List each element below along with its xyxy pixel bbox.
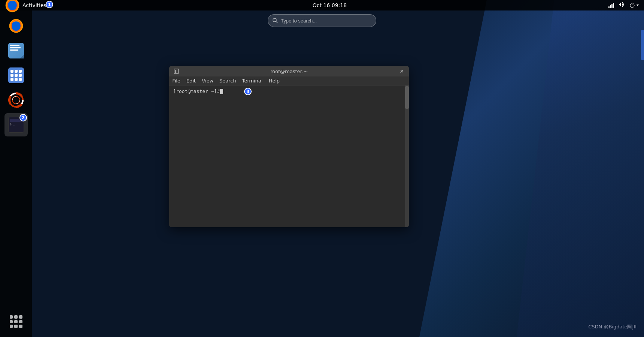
sidebar-item-firefox[interactable] bbox=[4, 14, 28, 37]
dot bbox=[10, 325, 13, 328]
grid-dot bbox=[19, 78, 22, 81]
power-icon[interactable] bbox=[629, 2, 640, 8]
signal-bar1 bbox=[608, 6, 610, 8]
sidebar: $ _ 2 bbox=[0, 10, 32, 337]
menu-edit[interactable]: Edit bbox=[186, 78, 196, 84]
grid-dot bbox=[10, 70, 13, 73]
signal-bar3 bbox=[611, 4, 613, 8]
svg-point-1 bbox=[273, 18, 276, 22]
network-icon[interactable] bbox=[608, 3, 614, 8]
volume-icon[interactable] bbox=[619, 1, 625, 9]
prompt-text: [root@master ~]# bbox=[173, 88, 220, 94]
apps-grid-icon bbox=[8, 314, 24, 330]
grid-dot bbox=[10, 74, 13, 77]
search-input[interactable] bbox=[281, 18, 363, 24]
cursor bbox=[220, 89, 223, 94]
svg-line-2 bbox=[276, 21, 277, 23]
sidebar-item-appgrid[interactable] bbox=[4, 64, 28, 87]
desktop: Activities 1 Oct 16 09:18 bbox=[0, 0, 644, 337]
terminal-menubar: File Edit View Search Terminal Help bbox=[169, 76, 409, 85]
signal-bar2 bbox=[610, 5, 611, 8]
menu-terminal[interactable]: Terminal bbox=[242, 78, 262, 84]
activities-label: Activities bbox=[22, 2, 46, 8]
appgrid-icon bbox=[8, 67, 24, 83]
lifesaver-icon bbox=[8, 92, 24, 108]
terminal-scrollbar[interactable] bbox=[405, 85, 409, 227]
note-line bbox=[10, 49, 18, 51]
grid-dot bbox=[19, 70, 22, 73]
dot bbox=[14, 315, 18, 319]
topbar: Activities 1 Oct 16 09:18 bbox=[0, 0, 644, 10]
svg-rect-9 bbox=[175, 70, 176, 73]
dot bbox=[19, 325, 22, 328]
sidebar-item-help[interactable] bbox=[4, 88, 28, 112]
search-icon bbox=[273, 18, 278, 23]
terminal-titlebar: root@master:~ ✕ bbox=[169, 66, 409, 76]
dropdown-arrow bbox=[636, 3, 640, 7]
watermark: CSDN @Bigdate阿JII bbox=[588, 324, 637, 330]
terminal-window: root@master:~ ✕ File Edit View Search Te… bbox=[169, 66, 409, 227]
grid-dot bbox=[10, 78, 13, 81]
menu-help[interactable]: Help bbox=[268, 78, 280, 84]
activities-button[interactable]: Activities 1 bbox=[0, 0, 51, 10]
terminal-content[interactable]: [root@master ~]# bbox=[169, 85, 409, 227]
sidebar-item-notes[interactable] bbox=[4, 39, 28, 62]
grid-dot bbox=[15, 70, 18, 73]
terminal-close-button[interactable]: ✕ bbox=[398, 68, 405, 75]
dot bbox=[10, 315, 13, 319]
terminal-embed-icon bbox=[173, 68, 180, 75]
note-line bbox=[10, 45, 20, 46]
term-line: $ _ bbox=[10, 123, 22, 126]
dot bbox=[19, 320, 22, 324]
notes-icon bbox=[8, 43, 24, 58]
badge1: 1 bbox=[46, 1, 53, 8]
right-edge-indicator bbox=[641, 30, 644, 60]
terminal-title: root@master:~ bbox=[180, 69, 398, 74]
grid-dot bbox=[15, 74, 18, 77]
terminal-scrollbar-thumb[interactable] bbox=[405, 86, 409, 109]
firefox-app-icon bbox=[8, 18, 24, 34]
note-line bbox=[10, 47, 21, 48]
grid-dot bbox=[15, 78, 18, 81]
dot bbox=[14, 325, 18, 328]
badge3: 3 bbox=[244, 88, 252, 95]
topbar-right bbox=[608, 1, 644, 9]
search-container bbox=[268, 14, 376, 27]
sidebar-item-terminal[interactable]: $ _ 2 bbox=[4, 113, 28, 136]
datetime-label: Oct 16 09:18 bbox=[313, 2, 347, 8]
badge2: 2 bbox=[19, 114, 27, 121]
topbar-datetime: Oct 16 09:18 bbox=[51, 2, 608, 8]
dot bbox=[19, 315, 22, 319]
menu-search[interactable]: Search bbox=[219, 78, 236, 84]
note-corner bbox=[20, 55, 24, 58]
sidebar-item-applauncher[interactable] bbox=[4, 310, 28, 333]
menu-view[interactable]: View bbox=[202, 78, 213, 84]
menu-file[interactable]: File bbox=[172, 78, 180, 84]
dot bbox=[10, 320, 13, 324]
firefox-icon bbox=[4, 0, 20, 13]
dot bbox=[14, 320, 18, 324]
terminal-prompt: [root@master ~]# bbox=[173, 88, 405, 94]
search-bar[interactable] bbox=[268, 14, 376, 27]
grid-dot bbox=[19, 74, 22, 77]
signal-bar4 bbox=[613, 3, 614, 8]
